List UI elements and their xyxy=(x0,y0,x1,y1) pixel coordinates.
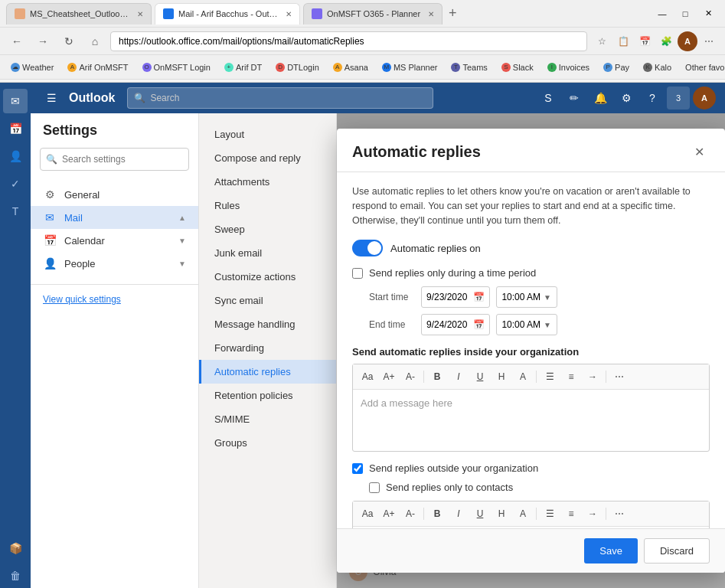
bookmark-other-favorites[interactable]: Other favorites xyxy=(681,61,725,74)
browser-tab-3[interactable]: OnMSFT O365 - Planner ✕ xyxy=(303,3,443,24)
profile-icon[interactable]: A xyxy=(678,31,697,51)
collections-icon[interactable]: 📋 xyxy=(613,31,633,51)
nav-compose-reply[interactable]: Compose and reply xyxy=(199,146,336,170)
skype-icon[interactable]: S xyxy=(537,87,560,109)
underline2-button[interactable]: U xyxy=(470,505,490,523)
format-button[interactable]: Aa xyxy=(358,368,377,386)
tab3-close[interactable]: ✕ xyxy=(428,10,434,18)
nav-rail-tasks[interactable]: ✓ xyxy=(3,172,28,196)
bookmark-invoices[interactable]: I Invoices xyxy=(543,61,594,74)
calendar-nav-icon[interactable]: 📅 xyxy=(635,31,655,51)
italic-button[interactable]: I xyxy=(449,368,469,386)
close-button[interactable]: ✕ xyxy=(697,5,719,22)
bookmark-teams[interactable]: T Teams xyxy=(446,61,491,74)
nav-rail-trash[interactable]: 🗑 xyxy=(3,564,28,588)
notifications-badge[interactable]: 3 xyxy=(667,87,690,109)
contacts-only-checkbox[interactable] xyxy=(369,482,380,493)
notification-bell-icon[interactable]: 🔔 xyxy=(589,87,612,109)
nav-rail-archive[interactable]: 📦 xyxy=(3,536,28,560)
font-color-button[interactable]: A xyxy=(513,368,533,386)
forward-button[interactable]: → xyxy=(32,31,54,52)
font-size-down-button[interactable]: A- xyxy=(400,368,420,386)
nav-groups[interactable]: Groups xyxy=(199,431,336,455)
start-time-picker[interactable]: 10:00 AM ▼ xyxy=(496,286,557,308)
bookmark-arifonsft[interactable]: A Arif OnMSFT xyxy=(63,61,132,74)
indent-button[interactable]: → xyxy=(583,368,603,386)
nav-sync-email[interactable]: Sync email xyxy=(199,289,336,312)
font-size-up2-button[interactable]: A+ xyxy=(379,505,399,523)
extension-icon[interactable]: 🧩 xyxy=(656,31,676,51)
hamburger-menu[interactable]: ☰ xyxy=(40,87,63,109)
view-quick-settings-link[interactable]: View quick settings xyxy=(31,291,198,308)
bookmark-arif-dt[interactable]: + Arif DT xyxy=(220,61,266,74)
nav-rules[interactable]: Rules xyxy=(199,194,336,217)
user-avatar[interactable]: A xyxy=(693,87,716,109)
save-button[interactable]: Save xyxy=(584,538,638,564)
nav-sweep[interactable]: Sweep xyxy=(199,217,336,241)
discard-button[interactable]: Discard xyxy=(644,538,710,564)
dialog-close-button[interactable]: ✕ xyxy=(688,141,710,162)
italic2-button[interactable]: I xyxy=(449,505,469,523)
bookmark-onmsft-login[interactable]: O OnMSFT Login xyxy=(138,61,215,74)
search-settings-input[interactable] xyxy=(40,148,189,171)
nav-smime[interactable]: S/MIME xyxy=(199,407,336,431)
bookmark-dtlogin[interactable]: D DTLogin xyxy=(271,61,324,74)
nav-attachments[interactable]: Attachments xyxy=(199,170,336,194)
bold-button[interactable]: B xyxy=(427,368,447,386)
refresh-button[interactable]: ↻ xyxy=(58,31,80,52)
nav-rail-teams[interactable]: T xyxy=(3,199,28,224)
favorites-icon[interactable]: ☆ xyxy=(592,31,612,51)
bookmark-ms-planner[interactable]: M MS Planner xyxy=(377,61,442,74)
compose-icon[interactable]: ✏ xyxy=(563,87,586,109)
list-button[interactable]: ☰ xyxy=(540,368,560,386)
nav-general[interactable]: ⚙ General xyxy=(31,183,198,206)
settings-icon[interactable]: ⚙ xyxy=(615,87,638,109)
home-button[interactable]: ⌂ xyxy=(84,31,106,52)
help-icon[interactable]: ? xyxy=(641,87,664,109)
nav-junk-email[interactable]: Junk email xyxy=(199,241,336,265)
end-time-picker[interactable]: 10:00 AM ▼ xyxy=(496,314,557,335)
nav-message-handling[interactable]: Message handling xyxy=(199,312,336,336)
address-bar[interactable] xyxy=(110,31,587,51)
nav-rail-contacts[interactable]: 👤 xyxy=(3,144,28,168)
nav-calendar[interactable]: 📅 Calendar ▼ xyxy=(31,229,198,252)
bookmark-kalo[interactable]: K Kalo xyxy=(638,61,676,74)
format2-button[interactable]: Aa xyxy=(358,505,377,523)
highlight-button[interactable]: H xyxy=(491,368,511,386)
more-toolbar-button[interactable]: ⋯ xyxy=(609,368,629,386)
maximize-button[interactable]: □ xyxy=(674,5,696,22)
numbered-list-button[interactable]: ≡ xyxy=(561,368,581,386)
more-toolbar2-button[interactable]: ⋯ xyxy=(609,505,629,523)
font-color2-button[interactable]: A xyxy=(513,505,533,523)
inside-org-editor-content[interactable]: Add a message here xyxy=(353,390,709,451)
nav-customize-actions[interactable]: Customize actions xyxy=(199,265,336,289)
browser-tab-1[interactable]: MS_Cheatsheet_OutlookMailO... ✕ xyxy=(6,3,152,24)
nav-retention-policies[interactable]: Retention policies xyxy=(199,384,336,407)
minimize-button[interactable]: — xyxy=(652,5,673,22)
nav-rail-calendar[interactable]: 📅 xyxy=(3,116,28,141)
bold2-button[interactable]: B xyxy=(427,505,447,523)
numbered-list2-button[interactable]: ≡ xyxy=(561,505,581,523)
back-button[interactable]: ← xyxy=(6,31,28,52)
nav-automatic-replies[interactable]: Automatic replies xyxy=(199,360,336,384)
indent2-button[interactable]: → xyxy=(583,505,603,523)
bookmark-asana[interactable]: A Asana xyxy=(328,61,373,74)
underline-button[interactable]: U xyxy=(470,368,490,386)
bookmark-weather[interactable]: ☁ Weather xyxy=(6,61,58,74)
list2-button[interactable]: ☰ xyxy=(540,505,560,523)
automatic-replies-toggle[interactable] xyxy=(352,240,383,256)
time-period-checkbox[interactable] xyxy=(352,268,363,279)
tab2-close[interactable]: ✕ xyxy=(286,10,292,18)
end-date-picker[interactable]: 9/24/2020 📅 xyxy=(421,314,490,335)
nav-layout[interactable]: Layout xyxy=(199,122,336,146)
start-date-picker[interactable]: 9/23/2020 📅 xyxy=(421,286,490,308)
browser-tab-2[interactable]: Mail - Arif Bacchus - Outlook ✕ xyxy=(155,3,300,24)
outside-org-checkbox[interactable] xyxy=(352,463,363,474)
more-icon[interactable]: ⋯ xyxy=(699,31,719,51)
highlight2-button[interactable]: H xyxy=(491,505,511,523)
tab1-close[interactable]: ✕ xyxy=(137,10,143,18)
new-tab-button[interactable]: + xyxy=(449,5,457,21)
bookmark-pay[interactable]: P Pay xyxy=(599,61,634,74)
nav-forwarding[interactable]: Forwarding xyxy=(199,336,336,360)
nav-rail-mail[interactable]: ✉ xyxy=(3,89,28,113)
